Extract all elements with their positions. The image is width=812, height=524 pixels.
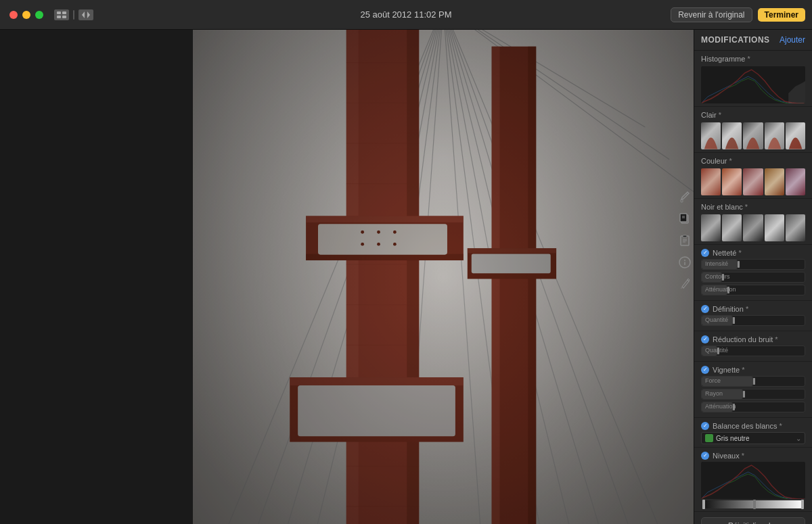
niveaux-handle-left[interactable] xyxy=(702,500,705,509)
niveaux-label: Niveaux * xyxy=(713,452,744,460)
vignette-checkbox[interactable] xyxy=(701,366,709,374)
window-controls xyxy=(9,11,43,19)
clair-thumb-4[interactable] xyxy=(765,122,784,149)
svg-rect-65 xyxy=(701,462,805,499)
noir-blanc-title: Noir et blanc * xyxy=(701,203,805,211)
nettete-attenuation-slider[interactable]: Atténuation xyxy=(701,285,805,295)
compare-icon[interactable] xyxy=(78,9,93,20)
reduction-bruit-label: Réduction du bruit * xyxy=(713,335,778,343)
nettete-contours-slider[interactable]: Contours xyxy=(701,272,805,283)
photo-title: 25 août 2012 11:02 PM xyxy=(360,9,451,20)
add-adjustment-button[interactable]: Ajouter xyxy=(780,35,805,45)
nettete-attenuation-label: Atténuation xyxy=(705,286,736,293)
info-tool-icon[interactable] xyxy=(677,254,693,270)
nettete-header: Netteté * xyxy=(701,249,805,257)
niveaux-range-slider[interactable] xyxy=(702,500,804,508)
svg-point-78 xyxy=(684,260,685,261)
titlebar: 25 août 2012 11:02 PM Revenir à l'origin… xyxy=(0,0,812,30)
clair-thumb-1[interactable] xyxy=(701,122,721,149)
nb-thumb-1[interactable] xyxy=(701,214,721,241)
copy-tool-icon[interactable] xyxy=(677,211,693,227)
nettete-contours-row: Contours xyxy=(701,272,805,283)
vignette-rayon-label: Rayon xyxy=(705,390,723,397)
couleur-thumbnails xyxy=(701,168,805,195)
paste-tool-icon[interactable] xyxy=(677,233,693,249)
niveaux-section: Niveaux * xyxy=(694,448,812,512)
nettete-label: Netteté * xyxy=(713,249,742,257)
definition-quantite-slider[interactable]: Quantité xyxy=(701,315,805,326)
photo-display xyxy=(193,30,694,524)
balance-blancs-checkbox[interactable] xyxy=(701,422,709,430)
definition-header: Définition * xyxy=(701,305,805,313)
couleur-title: Couleur * xyxy=(701,157,805,165)
couleur-thumb-4[interactable] xyxy=(765,168,784,195)
reduction-bruit-quantite-slider[interactable]: Quantité xyxy=(701,346,805,356)
definition-quantite-label: Quantité xyxy=(705,316,728,323)
close-button[interactable] xyxy=(9,11,18,19)
vignette-header: Vignette * xyxy=(701,366,805,374)
slider-control xyxy=(73,10,74,20)
pencil-tool-icon[interactable] xyxy=(677,276,693,292)
vignette-attenuation-slider[interactable]: Atténuation xyxy=(701,402,805,412)
definition-section: Définition * Quantité xyxy=(694,301,812,331)
histogram-title: Histogramme * xyxy=(701,55,805,63)
balance-blancs-value: Gris neutre xyxy=(716,435,749,442)
clair-thumbnails xyxy=(701,122,805,149)
vignette-force-slider[interactable]: Force xyxy=(701,376,805,387)
balance-blancs-dropdown[interactable]: Gris neutre ⌄ xyxy=(701,432,805,444)
nb-thumb-3[interactable] xyxy=(743,214,763,241)
niveaux-handle-right[interactable] xyxy=(801,500,804,509)
clair-thumb-2[interactable] xyxy=(722,122,742,149)
niveaux-checkbox[interactable] xyxy=(701,452,709,460)
reset-adjustments-button[interactable]: Réinitialiser les ajustements xyxy=(701,517,805,524)
tool-icons xyxy=(677,189,693,292)
balance-blancs-section: Balance des blancs * Gris neutre ⌄ xyxy=(694,418,812,448)
reduction-bruit-checkbox[interactable] xyxy=(701,335,709,343)
clair-thumb-3[interactable] xyxy=(743,122,763,149)
left-filmstrip xyxy=(0,30,193,524)
svg-rect-61 xyxy=(193,30,694,524)
vignette-attenuation-row: Atténuation xyxy=(701,402,805,412)
vignette-rayon-slider[interactable]: Rayon xyxy=(701,389,805,400)
nettete-section: Netteté * Intensité Contours xyxy=(694,245,812,301)
revert-button[interactable]: Revenir à l'original xyxy=(671,7,752,22)
nb-thumb-5[interactable] xyxy=(786,214,805,241)
nettete-intensite-label: Intensité xyxy=(705,260,728,267)
nettete-intensite-slider[interactable]: Intensité xyxy=(701,259,805,270)
definition-checkbox[interactable] xyxy=(701,305,709,313)
panel-title: MODIFICATIONS xyxy=(701,35,770,45)
nettete-checkbox[interactable] xyxy=(701,249,709,257)
done-button[interactable]: Terminer xyxy=(758,8,805,22)
eyedropper-tool-icon[interactable] xyxy=(677,189,693,206)
nb-thumb-4[interactable] xyxy=(765,214,784,241)
nettete-intensite-row: Intensité xyxy=(701,259,805,270)
nb-thumb-2[interactable] xyxy=(722,214,742,241)
minimize-button[interactable] xyxy=(22,11,30,19)
couleur-thumb-2[interactable] xyxy=(722,168,742,195)
clair-title: Clair * xyxy=(701,111,805,119)
panel-header: MODIFICATIONS Ajouter xyxy=(694,30,812,51)
vignette-attenuation-label: Atténuation xyxy=(705,403,736,410)
noir-blanc-thumbnails xyxy=(701,214,805,241)
vignette-force-row: Force xyxy=(701,376,805,387)
clair-thumb-5[interactable] xyxy=(786,122,805,149)
grid-view-icon[interactable] xyxy=(54,9,69,20)
vignette-section: Vignette * Force Rayon xyxy=(694,362,812,418)
svg-line-66 xyxy=(686,193,687,195)
photo-canvas xyxy=(193,30,694,524)
reduction-bruit-quantite-label: Quantité xyxy=(705,347,728,354)
niveaux-handle-mid[interactable] xyxy=(753,500,756,509)
vignette-force-label: Force xyxy=(705,377,721,384)
clair-section: Clair * xyxy=(694,107,812,153)
svg-rect-2 xyxy=(57,16,61,18)
couleur-thumb-3[interactable] xyxy=(743,168,763,195)
couleur-thumb-5[interactable] xyxy=(786,168,805,195)
chevron-down-icon: ⌄ xyxy=(796,435,801,442)
balance-blancs-header: Balance des blancs * xyxy=(701,422,805,430)
couleur-thumb-1[interactable] xyxy=(701,168,721,195)
reduction-bruit-section: Réduction du bruit * Quantité xyxy=(694,331,812,362)
svg-rect-3 xyxy=(62,16,66,18)
titlebar-actions: Revenir à l'original Terminer xyxy=(671,7,805,22)
maximize-button[interactable] xyxy=(35,11,43,19)
niveaux-header: Niveaux * xyxy=(701,452,805,460)
